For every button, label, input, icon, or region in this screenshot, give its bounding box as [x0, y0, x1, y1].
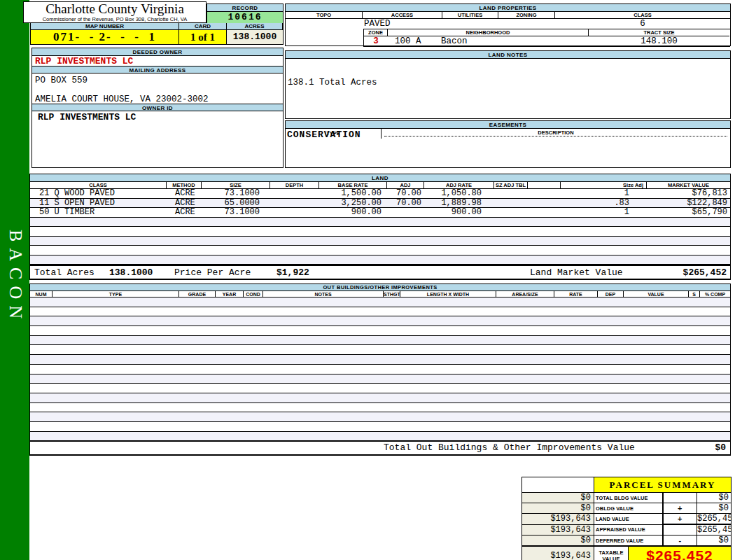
ob-empty-row: [30, 336, 730, 346]
ob-col-type: TYPE: [52, 291, 179, 298]
ps-row-deferred: $0 DEFERRED VALUE - $0: [522, 536, 732, 547]
land-cell-class: 21 Q WOOD PAVED: [30, 189, 167, 198]
ps-prior-value: $193,643: [522, 514, 594, 525]
county-header-box: Charlotte County Virginia Commissioner o…: [23, 1, 206, 23]
land-cell-method: ACRE: [167, 189, 202, 198]
zone-value: 3: [364, 36, 388, 46]
land-properties-values: PAVED 6: [286, 19, 730, 29]
land-market-value-label: Land Market Value: [530, 266, 623, 279]
address-line-2: AMELIA COURT HOUSE, VA 23002-3002: [35, 94, 209, 104]
land-row-2: 11 S OPEN PAVED ACRE 65.0000 3,250.00 70…: [30, 199, 730, 209]
ps-row-obldg: $0 OBLDG VALUE + $0: [522, 503, 732, 514]
land-market-value-value: $265,452: [683, 266, 727, 279]
ob-col-grade: GRADE: [179, 291, 216, 298]
ob-empty-row: [30, 307, 730, 317]
land-section: LAND CLASS METHOD SIZE DEPTH BASE RATE A…: [29, 174, 731, 280]
land-notes-box: LAND NOTES 138.1 Total Acres: [285, 50, 731, 119]
ps-operator: [663, 524, 697, 536]
ob-col-rate: RATE: [554, 291, 598, 298]
land-properties-header: LAND PROPERTIES: [286, 4, 730, 12]
land-cell-depth: [270, 208, 319, 217]
land-cell-size-adj: 1: [561, 208, 647, 217]
deeded-owner-value: RLP INVESTMENTS LC: [32, 56, 283, 66]
parcel-summary-table: PARCEL SUMMARY $0 TOTAL BLDG VALUE $0 $0…: [522, 477, 732, 560]
land-cell-class: 11 S OPEN PAVED: [30, 199, 167, 208]
land-cell-depth: [270, 189, 319, 198]
owner-id-header: OWNER ID: [32, 104, 283, 111]
land-col-sz-adj-tbl: SZ ADJ TBL: [494, 182, 528, 189]
ob-col-year: YEAR: [216, 291, 244, 298]
ps-value: $0: [697, 503, 732, 514]
land-empty-row: [30, 255, 730, 265]
acres-header: ACRES: [227, 23, 283, 30]
land-empty-row: [30, 218, 730, 227]
ps-operator: +: [663, 514, 697, 525]
ps-label: TOTAL BLDG VALUE: [594, 493, 663, 503]
land-cell-class: 50 U TIMBER: [30, 208, 167, 217]
card-value: 1 of 1: [179, 30, 227, 44]
ps-prior-value: $193,643: [522, 546, 594, 560]
ob-empty-row: [30, 432, 730, 442]
land-cell-size-adj: 1: [561, 189, 647, 198]
ob-empty-row: [30, 298, 730, 307]
taxable-value-label: TAXABLE VALUE: [594, 546, 629, 560]
land-cell-size: 73.1000: [202, 189, 270, 198]
owner-box: DEEDED OWNER RLP INVESTMENTS LC MAILING …: [31, 48, 284, 168]
tract-size-value: 148.100: [589, 36, 729, 46]
ob-col-notes: NOTES: [263, 291, 384, 298]
land-cell-blank: [528, 189, 561, 198]
acres-value: 138.1000: [227, 30, 283, 44]
land-cell-base-rate: 1,500.00: [319, 189, 387, 198]
ob-empty-row: [30, 422, 730, 432]
ps-blank-cell: [522, 477, 594, 493]
land-cell-size: 73.1000: [202, 208, 270, 217]
land-cell-blank: [528, 199, 561, 208]
land-cell-blank: [528, 208, 561, 217]
land-cell-adj-rate: 1,050.80: [424, 189, 494, 198]
ob-col-length-width: LENGTH X WIDTH: [400, 291, 496, 298]
total-acres-label: Total Acres: [34, 266, 94, 279]
land-cell-base-rate: 3,250.00: [319, 199, 387, 208]
land-section-header: LAND: [30, 174, 730, 182]
land-cell-adj: 70.00: [387, 199, 424, 208]
land-col-depth: DEPTH: [270, 182, 319, 189]
ps-prior-value: $0: [522, 493, 594, 503]
utilities-header: UTILITIES: [442, 12, 498, 19]
land-note-text: 138.1 Total Acres: [288, 78, 377, 88]
easement-type-value: CONSERVATION: [287, 130, 361, 140]
ob-empty-row: [30, 365, 730, 374]
ob-col-s: S: [689, 291, 700, 298]
land-cell-adj-rate: 900.00: [424, 208, 494, 217]
ob-total-value: $0: [715, 442, 726, 454]
land-col-size-adj: Size Adj: [561, 182, 647, 189]
ob-empty-row: [30, 412, 730, 422]
mailing-address-header: MAILING ADDRESS: [32, 66, 283, 74]
record-value: 10616: [207, 12, 283, 23]
card-header: CARD: [179, 23, 227, 30]
zoning-header: ZONING: [498, 12, 555, 19]
ps-label: APPRAISED VALUE: [594, 524, 663, 536]
easement-type-cell: TYPE CONSERVATION: [286, 129, 382, 139]
land-cell-size-adj: .83: [561, 199, 647, 208]
price-per-acre-value: $1,922: [276, 266, 309, 279]
easements-box: EASEMENTS TYPE CONSERVATION DESCRIPTION: [285, 120, 731, 168]
zone-column-headers: ZONE NEIGHBORHOOD TRACT SIZE: [364, 29, 730, 36]
neighborhood-sidebar-label: BACON: [5, 230, 26, 325]
ob-empty-row: [30, 326, 730, 336]
ps-label: DEFERRED VALUE: [594, 536, 663, 547]
ob-col-cond: COND: [244, 291, 263, 298]
ps-row-total-bldg: $0 TOTAL BLDG VALUE $0: [522, 493, 732, 503]
class-value: 6: [555, 19, 730, 29]
ps-row-appraised: $193,643 APPRAISED VALUE $265,452: [522, 524, 732, 536]
neighborhood-code: 100 A: [395, 36, 421, 46]
topo-header: TOPO: [286, 12, 363, 19]
parcel-summary-title: PARCEL SUMMARY: [594, 477, 732, 493]
record-box: RECORD 10616: [206, 4, 284, 24]
land-empty-row: [30, 227, 730, 237]
tract-size-header: TRACT SIZE: [589, 29, 729, 36]
price-per-acre-label: Price Per Acre: [174, 266, 251, 279]
land-cell-method: ACRE: [167, 199, 202, 208]
ob-col-pct-comp: % COMP: [700, 291, 730, 298]
neighborhood-name: Bacon: [441, 36, 468, 46]
ps-value: $0: [697, 493, 732, 503]
